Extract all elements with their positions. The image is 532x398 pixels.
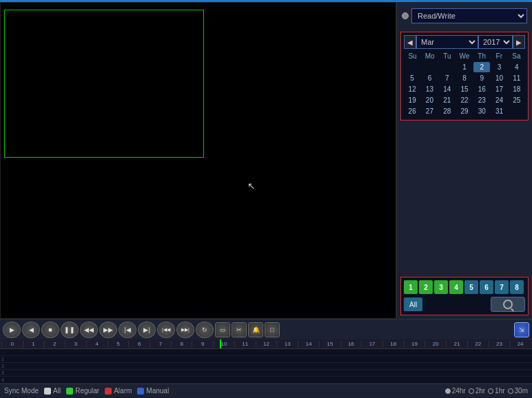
search-button[interactable] [491, 297, 525, 312]
ruler-inner: 0 1 2 3 4 5 6 7 8 9 10 11 12 13 14 15 16… [0, 341, 532, 347]
blue-action-btn[interactable]: ⇲ [514, 322, 529, 337]
cal-day-29[interactable]: 29 [456, 106, 473, 116]
timeline-row-0 [0, 349, 532, 356]
cal-day-8[interactable]: 8 [456, 73, 473, 83]
cal-day-17[interactable]: 17 [491, 84, 507, 94]
dot-alarm [105, 388, 112, 395]
status-all: All [44, 387, 61, 395]
prev-frame-btn[interactable]: |◀ [119, 322, 136, 338]
channel-section: 1 2 3 4 5 6 7 8 All [400, 277, 529, 315]
tick-11: 11 [234, 341, 256, 347]
time-opt-30m[interactable]: 30m [508, 387, 528, 395]
cal-year-select[interactable]: 201720182016 [478, 35, 513, 49]
play-btn[interactable]: ▶ [3, 322, 21, 338]
cal-day-20[interactable]: 20 [421, 95, 438, 105]
ch-btn-3[interactable]: 3 [434, 280, 448, 294]
rw-indicator [402, 12, 409, 19]
ch-btn-5[interactable]: 5 [464, 280, 478, 294]
time-opt-1hr[interactable]: 1hr [488, 387, 504, 395]
cursor-indicator: ↖ [247, 180, 256, 191]
time-opt-2hr[interactable]: 2hr [469, 387, 485, 395]
stop-btn[interactable]: ■ [41, 322, 59, 338]
ch-btn-7[interactable]: 7 [495, 280, 509, 294]
tick-23: 23 [489, 341, 510, 347]
cal-day-10[interactable]: 10 [491, 73, 507, 83]
video-area: ↖ [0, 2, 396, 319]
tick-15: 15 [319, 341, 340, 347]
cal-day-18[interactable]: 18 [509, 84, 525, 94]
cut-btn[interactable]: ✂ [232, 322, 247, 337]
dot-manual [137, 388, 144, 395]
next-frame-btn[interactable]: ▶| [138, 322, 156, 338]
rewind-btn[interactable]: ◀◀ [80, 322, 98, 338]
alert-btn[interactable]: 🔔 [248, 322, 263, 337]
cal-day-9[interactable]: 9 [473, 73, 490, 83]
tick-8: 8 [171, 341, 192, 347]
cal-day-24[interactable]: 24 [491, 95, 507, 105]
label-manual: Manual [146, 387, 169, 395]
cal-day-11[interactable]: 11 [509, 73, 525, 83]
all-channels-btn[interactable]: All [404, 297, 422, 311]
ch-btn-1[interactable]: 1 [404, 280, 418, 294]
cal-day-6[interactable]: 6 [421, 73, 438, 83]
ch-btn-4[interactable]: 4 [449, 280, 463, 294]
cal-day-12[interactable]: 12 [404, 84, 420, 94]
readwrite-row: Read/Write Read Only Write Only [400, 6, 529, 26]
readwrite-select[interactable]: Read/Write Read Only Write Only [411, 8, 527, 23]
cal-day-3[interactable]: 3 [491, 62, 507, 72]
cal-week-1: 1 2 3 4 [404, 62, 525, 72]
cal-day-23[interactable]: 23 [473, 95, 490, 105]
cal-day-28[interactable]: 28 [439, 106, 456, 116]
time-opt-24hr[interactable]: 24hr [445, 387, 466, 395]
cal-day-21[interactable]: 21 [439, 95, 456, 105]
cal-day-empty [509, 106, 525, 116]
cal-day-22[interactable]: 22 [456, 95, 473, 105]
cal-week-2: 5 6 7 8 9 10 11 [404, 73, 525, 83]
cal-days-header: Su Mo Tu We Th Fr Sa [404, 52, 525, 61]
cal-day-13[interactable]: 13 [421, 84, 438, 94]
next-section-btn[interactable]: ▶▶| [176, 322, 194, 338]
zoom-btn[interactable]: ▭ [215, 322, 230, 337]
cal-day-2[interactable]: 2 [473, 62, 490, 72]
label-24hr: 24hr [452, 387, 466, 395]
cal-day-16[interactable]: 16 [473, 84, 490, 94]
cal-day-25[interactable]: 25 [509, 95, 525, 105]
tick-16: 16 [340, 341, 362, 347]
prev-section-btn[interactable]: |◀◀ [157, 322, 175, 338]
cal-next-btn[interactable]: ▶ [513, 35, 525, 49]
repeat-btn[interactable]: ↻ [196, 322, 214, 338]
cal-day-14[interactable]: 14 [439, 84, 456, 94]
tick-7: 7 [150, 341, 171, 347]
ch-btn-2[interactable]: 2 [419, 280, 433, 294]
cal-day-4[interactable]: 4 [509, 62, 525, 72]
cal-month-select[interactable]: JanFebMar AprMayJun JulAugSep OctNovDec [416, 35, 478, 49]
cal-day-30[interactable]: 30 [473, 106, 490, 116]
cal-day-empty [421, 62, 438, 72]
cal-prev-btn[interactable]: ◀ [404, 35, 416, 49]
cal-day-19[interactable]: 19 [404, 95, 420, 105]
ch-btn-6[interactable]: 6 [480, 280, 493, 294]
ch-btn-8[interactable]: 8 [510, 280, 524, 294]
pause-btn[interactable]: ❚❚ [61, 322, 79, 338]
tick-13: 13 [276, 341, 298, 347]
radio-30m [508, 388, 513, 394]
video-screen [4, 10, 204, 158]
cal-day-31[interactable]: 31 [491, 106, 507, 116]
ffwd-btn[interactable]: ▶▶ [99, 322, 117, 338]
channel-bottom-row: All [404, 297, 525, 312]
cal-day-7[interactable]: 7 [439, 73, 456, 83]
prev-btn[interactable]: ◀ [22, 322, 40, 338]
cal-day-1[interactable]: 1 [456, 62, 473, 72]
radio-1hr [488, 388, 493, 394]
tick-12: 12 [256, 341, 277, 347]
timeline-wrapper: 0 1 2 3 4 5 6 7 8 9 10 11 12 13 14 15 16… [0, 339, 532, 384]
tick-4: 4 [86, 341, 108, 347]
tick-6: 6 [128, 341, 150, 347]
square-btn[interactable]: □ [265, 322, 280, 337]
cal-day-27[interactable]: 27 [421, 106, 438, 116]
cal-day-15[interactable]: 15 [456, 84, 473, 94]
label-1hr: 1hr [495, 387, 504, 395]
cal-day-26[interactable]: 26 [404, 106, 420, 116]
day-sa: Sa [508, 52, 525, 61]
cal-day-5[interactable]: 5 [404, 73, 420, 83]
